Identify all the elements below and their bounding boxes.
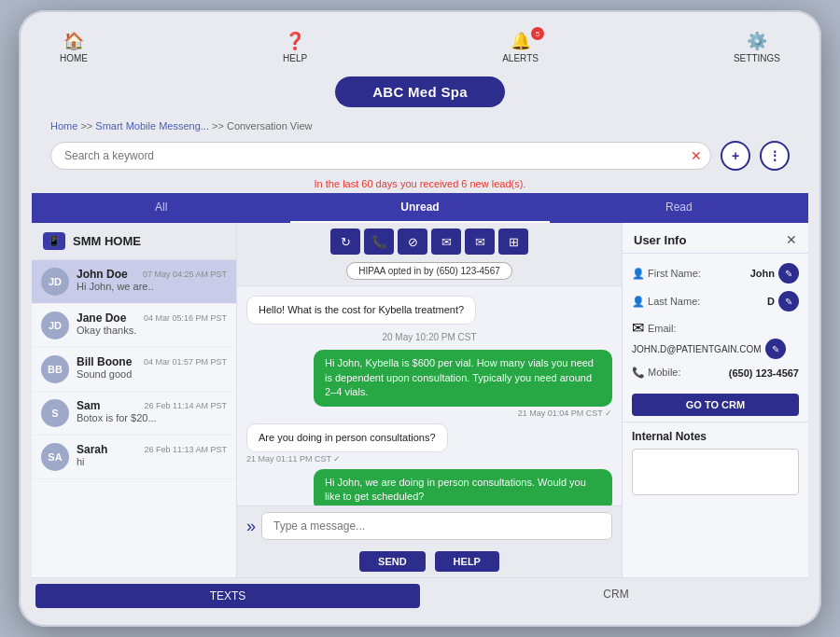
contact-item[interactable]: BB Bill Boone 04 Mar 01:57 PM PST Sound … (32, 348, 236, 392)
contact-time: 04 Mar 05:16 PM PST (144, 313, 227, 323)
last-name-label: 👤 Last Name: (632, 296, 763, 308)
chat-input[interactable] (261, 512, 612, 540)
search-actions: + ⋮ (721, 141, 790, 171)
nav-home[interactable]: 🏠 HOME (60, 31, 88, 63)
avatar: JD (41, 268, 69, 296)
contact-name: Sarah (77, 443, 107, 456)
tab-unread[interactable]: Unread (290, 193, 549, 223)
toolbar-btns-row: ↻ 📞 ⊘ ✉ ✉ ⊞ (330, 228, 528, 255)
close-user-info-button[interactable]: ✕ (786, 232, 797, 247)
breadcrumb-smart-mobile[interactable]: Smart Mobile Messeng... (95, 120, 209, 132)
phone-button[interactable]: 📞 (364, 228, 394, 255)
tablet-inner: 🏠 HOME ❓ HELP 🔔 5 ALERTS ⚙️ SETTINGS ABC… (32, 23, 808, 614)
bottom-tab-texts[interactable]: TEXTS (35, 584, 420, 608)
contact-item[interactable]: JD Jane Doe 04 Mar 05:16 PM PST Okay tha… (32, 304, 236, 348)
send-button[interactable]: SEND (359, 551, 426, 572)
search-input[interactable] (50, 142, 711, 170)
internal-notes-section: Internal Notes (623, 422, 808, 506)
tab-read[interactable]: Read (550, 193, 808, 223)
bottom-tab-crm[interactable]: CRM (424, 582, 808, 610)
contact-time: 26 Feb 11:13 AM PST (144, 445, 227, 454)
contact-time: 07 May 04:25 AM PST (143, 270, 227, 279)
nav-alerts-label: ALERTS (502, 53, 539, 63)
chat-bottom-buttons: SEND HELP (237, 546, 622, 577)
top-nav: 🏠 HOME ❓ HELP 🔔 5 ALERTS ⚙️ SETTINGS (32, 23, 808, 71)
user-info-panel: User Info ✕ 👤 First Name: John ✎ (622, 223, 808, 577)
alerts-badge: 5 (531, 27, 544, 40)
avatar: SA (41, 443, 69, 471)
edit-email-button[interactable]: ✎ (765, 339, 786, 359)
nav-help[interactable]: ❓ HELP (283, 31, 307, 63)
message-bubble: Are you doing in person consultations? (246, 423, 448, 452)
internal-notes-input[interactable] (632, 449, 799, 495)
archive-button[interactable]: ⊞ (498, 228, 528, 255)
message-item: Are you doing in person consultations? 2… (246, 423, 448, 464)
message-bubble: Hi John, Kybella is $600 per vial. How m… (314, 350, 612, 406)
contact-item[interactable]: S Sam 26 Feb 11:14 AM PST Botox is for $… (32, 392, 236, 436)
contact-info: Sam 26 Feb 11:14 AM PST Botox is for $20… (77, 399, 227, 423)
contact-preview: hi (77, 456, 227, 467)
contact-item[interactable]: SA Sarah 26 Feb 11:13 AM PST hi (32, 436, 236, 479)
user-info-title: User Info (634, 233, 686, 247)
chat-panel: ↻ 📞 ⊘ ✉ ✉ ⊞ HIPAA opted in by (650) 123-… (237, 223, 622, 577)
app-title-button[interactable]: ABC Med Spa (335, 76, 505, 107)
mobile-row: 📞 Mobile: (650) 123-4567 (632, 367, 799, 379)
message-bubble: Hi John, we are doing in person consulta… (314, 469, 612, 505)
contact-name: Sam (77, 399, 100, 412)
home-icon: 🏠 (63, 31, 84, 51)
smm-title: SMM HOME (73, 234, 141, 248)
add-button[interactable]: + (721, 141, 750, 171)
bottom-tab-bar: TEXTS CRM (32, 577, 808, 614)
nav-settings[interactable]: ⚙️ SETTINGS (734, 31, 780, 63)
first-name-row: 👤 First Name: John ✎ (632, 263, 799, 284)
avatar: BB (41, 355, 69, 383)
contact-preview: Hi John, we are.. (77, 281, 227, 292)
edit-first-name-button[interactable]: ✎ (778, 263, 799, 284)
mobile-value: (650) 123-4567 (729, 367, 799, 379)
contacts-panel: 📱 SMM HOME JD John Doe 07 May 04:25 AM P… (32, 223, 237, 577)
go-to-crm-button[interactable]: GO TO CRM (632, 394, 799, 416)
block-button[interactable]: ⊘ (398, 228, 427, 255)
alerts-icon: 🔔 (511, 31, 531, 51)
contact-preview: Okay thanks. (77, 325, 227, 336)
chat-toolbar-wrap: ↻ 📞 ⊘ ✉ ✉ ⊞ HIPAA opted in by (650) 123-… (330, 228, 528, 280)
contact-info: Bill Boone 04 Mar 01:57 PM PST Sound goo… (77, 355, 227, 380)
nav-alerts[interactable]: 🔔 5 ALERTS (502, 31, 539, 63)
breadcrumb-sep1: >> (80, 120, 95, 132)
main-content: 📱 SMM HOME JD John Doe 07 May 04:25 AM P… (32, 223, 808, 577)
message-bubble: Hello! What is the cost for Kybella trea… (246, 296, 476, 325)
chat-messages: Hello! What is the cost for Kybella trea… (237, 286, 622, 505)
more-options-button[interactable]: ⋮ (760, 141, 790, 171)
chat-input-row: » (237, 505, 622, 546)
first-name-label: 👤 First Name: (632, 268, 747, 280)
last-name-value: D (767, 296, 775, 307)
breadcrumb-home[interactable]: Home (50, 120, 77, 132)
contact-item[interactable]: JD John Doe 07 May 04:25 AM PST Hi John,… (32, 260, 236, 304)
message-button[interactable]: ✉ (465, 228, 495, 255)
contact-preview: Sound good (77, 368, 227, 380)
phone-icon: 📞 (632, 367, 645, 378)
search-row: ✕ + ⋮ (32, 135, 808, 176)
hipaa-badge: HIPAA opted in by (650) 123-4567 (346, 262, 512, 280)
tab-all[interactable]: All (32, 193, 290, 223)
refresh-button[interactable]: ↻ (330, 228, 360, 255)
edit-last-name-button[interactable]: ✎ (778, 291, 799, 312)
mobile-label: 📞 Mobile: (632, 367, 681, 379)
quick-reply-icon[interactable]: » (246, 517, 256, 536)
breadcrumb: Home >> Smart Mobile Messeng... >> Conve… (32, 117, 808, 135)
search-clear-icon[interactable]: ✕ (691, 148, 702, 163)
email-button[interactable]: ✉ (431, 228, 461, 255)
leads-notice: In the last 60 days you received 6 new l… (32, 176, 808, 193)
internal-notes-title: Internal Notes (632, 430, 799, 443)
nav-settings-label: SETTINGS (734, 53, 780, 63)
email-icon: ✉ (632, 319, 644, 337)
person-icon: 👤 (632, 296, 645, 307)
chat-help-button[interactable]: HELP (435, 551, 499, 572)
contacts-list: JD John Doe 07 May 04:25 AM PST Hi John,… (32, 260, 236, 577)
email-value: JOHN.D@PATIENTGAIN.COM (632, 344, 762, 354)
contact-time: 26 Feb 11:14 AM PST (144, 401, 227, 410)
contact-info: Sarah 26 Feb 11:13 AM PST hi (77, 443, 227, 467)
contacts-header: 📱 SMM HOME (32, 223, 236, 260)
last-name-row: 👤 Last Name: D ✎ (632, 291, 799, 312)
message-time: 21 May 01:11 PM CST ✓ (246, 454, 448, 464)
